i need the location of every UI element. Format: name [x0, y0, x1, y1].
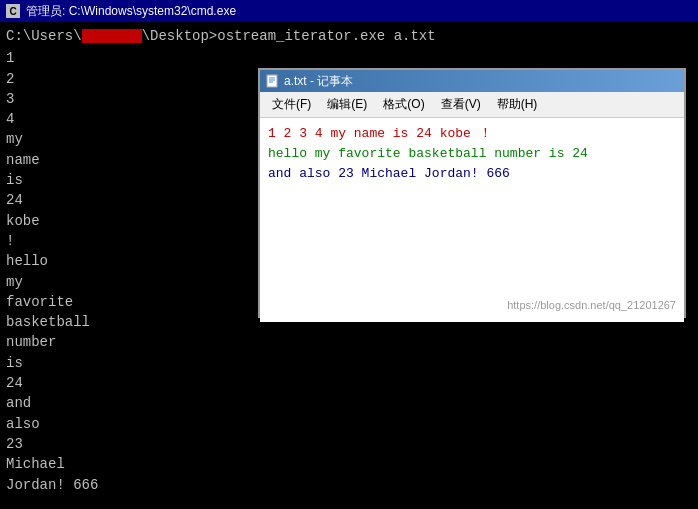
output-line: 1: [6, 48, 692, 68]
output-line: is: [6, 353, 692, 373]
cmd-icon: C: [6, 4, 20, 18]
notepad-line1: 1 2 3 4 my name is 24 kobe ！: [268, 124, 676, 144]
menu-format[interactable]: 格式(O): [375, 94, 432, 115]
svg-rect-0: [267, 75, 277, 87]
menu-edit[interactable]: 编辑(E): [319, 94, 375, 115]
cmd-window: C 管理员: C:\Windows\system32\cmd.exe C:\Us…: [0, 0, 698, 509]
output-line: and: [6, 393, 692, 413]
watermark: https://blog.csdn.net/qq_21201267: [507, 297, 676, 314]
menu-view[interactable]: 查看(V): [433, 94, 489, 115]
notepad-body[interactable]: 1 2 3 4 my name is 24 kobe ！ hello my fa…: [260, 118, 684, 322]
cmd-prompt: C:\Users\ \Desktop>ostream_iterator.exe …: [6, 26, 692, 46]
notepad-line3: and also 23 Michael Jordan! 666: [268, 164, 676, 184]
notepad-titlebar: a.txt - 记事本: [260, 70, 684, 92]
output-line: Michael: [6, 454, 692, 474]
cmd-title: 管理员: C:\Windows\system32\cmd.exe: [26, 3, 236, 20]
menu-help[interactable]: 帮助(H): [489, 94, 546, 115]
menu-file[interactable]: 文件(F): [264, 94, 319, 115]
notepad-icon: [266, 74, 280, 88]
output-line: also: [6, 414, 692, 434]
notepad-title: a.txt - 记事本: [284, 73, 353, 90]
notepad-menubar: 文件(F) 编辑(E) 格式(O) 查看(V) 帮助(H): [260, 92, 684, 118]
notepad-window: a.txt - 记事本 文件(F) 编辑(E) 格式(O) 查看(V) 帮助(H…: [258, 68, 686, 318]
output-line: number: [6, 332, 692, 352]
output-line: 23: [6, 434, 692, 454]
notepad-line2: hello my favorite basketball number is 2…: [268, 144, 676, 164]
output-line: Jordan! 666: [6, 475, 692, 495]
cmd-titlebar: C 管理员: C:\Windows\system32\cmd.exe: [0, 0, 698, 22]
redacted-username: [82, 29, 142, 43]
output-line: 24: [6, 373, 692, 393]
